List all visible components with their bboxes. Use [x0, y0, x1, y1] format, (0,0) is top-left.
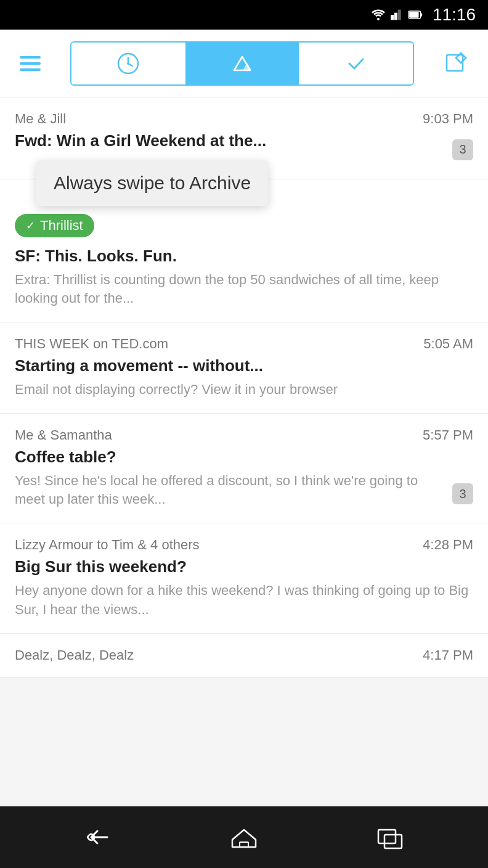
- compose-icon: [444, 50, 468, 75]
- nav-bar: [0, 30, 488, 97]
- badge-label: Thrillist: [40, 218, 83, 234]
- email-subject: Big Sur this weekend?: [15, 557, 473, 578]
- email-time: 4:28 PM: [423, 537, 473, 553]
- svg-rect-21: [384, 835, 402, 848]
- email-sender: Lizzy Armour to Tim & 4 others: [15, 537, 200, 553]
- tab-clock[interactable]: [71, 43, 185, 84]
- mountain-icon: [230, 52, 254, 75]
- back-icon: [83, 825, 113, 850]
- tab-check[interactable]: [299, 43, 413, 84]
- thread-count: 3: [452, 483, 473, 504]
- status-time: 11:16: [433, 5, 476, 25]
- svg-rect-5: [420, 13, 422, 16]
- email-time: 9:03 PM: [423, 111, 473, 127]
- hamburger-menu[interactable]: [15, 51, 46, 76]
- email-subject: Fwd: Win a Girl Weekend at the...: [15, 131, 473, 152]
- svg-marker-3: [398, 10, 401, 20]
- status-bar: 11:16: [0, 0, 488, 30]
- email-subject: Coffee table?: [15, 447, 473, 468]
- email-time: 5:57 PM: [423, 427, 473, 443]
- email-item[interactable]: Dealz, Dealz, Dealz 4:17 PM: [0, 634, 488, 678]
- email-sender: Me & Samantha: [15, 427, 112, 443]
- email-time: 4:17 PM: [423, 647, 473, 663]
- thread-count: 3: [452, 139, 473, 160]
- email-preview: Extra: Thrillist is counting down the to…: [15, 271, 473, 309]
- email-preview: Hey anyone down for a hike this weekend?…: [15, 581, 473, 620]
- check-icon: [344, 52, 368, 75]
- svg-marker-2: [394, 13, 397, 20]
- badge-check-icon: ✓: [26, 219, 35, 232]
- email-time: 5:05 AM: [423, 336, 473, 352]
- back-button[interactable]: [76, 819, 120, 856]
- svg-marker-12: [243, 63, 251, 70]
- email-item[interactable]: Me & Samantha 5:57 PM Coffee table? Yes!…: [0, 414, 488, 523]
- status-icons: 11:16: [371, 5, 476, 25]
- bottom-nav: [0, 806, 488, 868]
- battery-icon: [408, 9, 423, 21]
- sender-badge-thrillist: ✓ Thrillist: [15, 214, 94, 237]
- hamburger-line-3: [20, 68, 41, 71]
- always-swipe-tooltip: Always swipe to Archive: [36, 160, 268, 206]
- compose-button[interactable]: [439, 45, 473, 82]
- tab-switcher: [70, 41, 414, 86]
- email-item[interactable]: THIS WEEK on TED.com 5:05 AM Starting a …: [0, 322, 488, 414]
- recents-button[interactable]: [368, 819, 412, 856]
- wifi-icon: [371, 9, 386, 21]
- email-subject: SF: This. Looks. Fun.: [15, 246, 473, 267]
- svg-rect-20: [378, 830, 396, 843]
- email-subject: Starting a movement -- without...: [15, 356, 473, 377]
- home-button[interactable]: [222, 819, 266, 856]
- email-item[interactable]: Lizzy Armour to Tim & 4 others 4:28 PM B…: [0, 523, 488, 633]
- svg-marker-1: [391, 15, 394, 20]
- signal-icon: [391, 9, 403, 21]
- hamburger-line-2: [20, 62, 41, 65]
- tab-mountain[interactable]: [185, 43, 299, 84]
- hamburger-line-1: [20, 56, 41, 59]
- email-list: Me & Jill 9:03 PM Fwd: Win a Girl Weeken…: [0, 97, 488, 678]
- email-sender: Dealz, Dealz, Dealz: [15, 647, 134, 663]
- svg-point-10: [127, 62, 129, 65]
- clock-icon: [116, 52, 140, 75]
- svg-point-0: [377, 18, 380, 20]
- tooltip-text: Always swipe to Archive: [54, 173, 251, 193]
- svg-marker-18: [232, 830, 256, 847]
- email-preview: Email not displaying correctly? View it …: [15, 380, 473, 399]
- svg-line-17: [456, 58, 461, 63]
- email-preview: Yes! Since he's local he offered a disco…: [15, 472, 473, 510]
- recents-icon: [375, 825, 405, 850]
- email-sender: Me & Jill: [15, 111, 66, 127]
- email-sender: THIS WEEK on TED.com: [15, 336, 168, 352]
- svg-rect-6: [409, 12, 418, 17]
- home-icon: [229, 825, 259, 850]
